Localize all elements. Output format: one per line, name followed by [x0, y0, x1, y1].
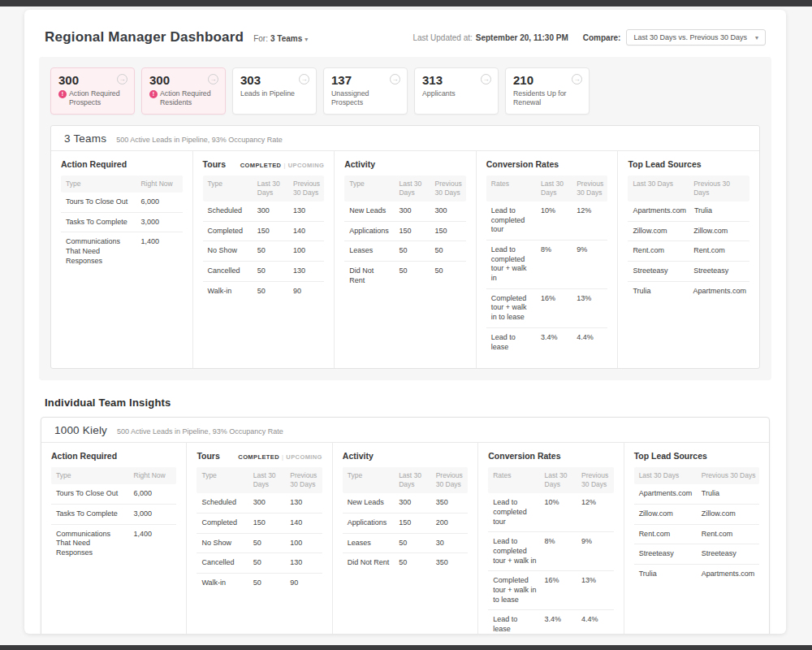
compare-dropdown[interactable]: Last 30 Days vs. Previous 30 Days ▾ — [626, 29, 766, 46]
summary-section-host: 3 Teams 500 Active Leads in Pipeline, 93… — [50, 125, 760, 369]
column-header: Type — [203, 180, 253, 197]
table-cell: Lead to lease — [486, 333, 536, 352]
table-cell: 13% — [572, 294, 607, 323]
arrow-right-icon[interactable]: → — [208, 74, 218, 84]
kpi-card[interactable]: 313 → Applicants — [414, 67, 499, 115]
data-column: Action Required TypeRight Now Tours To C… — [51, 151, 193, 368]
table-cell: 300 — [248, 498, 286, 508]
table-row: TruliaApartments.com — [628, 282, 749, 301]
arrow-right-icon[interactable]: → — [481, 74, 491, 84]
table-cell: Completed — [197, 518, 248, 528]
table-body: Apartments.comTruliaZillow.comZillow.com… — [634, 484, 759, 583]
kpi-row: 300 → ! Action Required Prospects 300 → … — [50, 67, 760, 115]
table-cell: 3,000 — [136, 218, 182, 228]
kpi-card[interactable]: 210 → Residents Up for Renewal — [505, 67, 590, 115]
table-cell: Apartments.com — [697, 570, 759, 579]
column-header: Last 30 Days — [628, 180, 689, 197]
table-cell: Lead to completed tour + walk in — [488, 537, 539, 566]
data-column: Activity TypeLast 30 DaysPrevious 30 Day… — [333, 443, 478, 634]
column-header: Previous 30 Days — [689, 180, 749, 197]
section-name: 1000 Kiely — [54, 424, 107, 436]
table-cell: Completed tour + walk in to lease — [486, 294, 536, 323]
table-row: Lead to completed tour10%12% — [486, 202, 608, 240]
column-header: Last 30 Days — [540, 471, 577, 489]
table-row: StreeteasyStreeteasy — [634, 544, 759, 565]
table-row: Tours To Close Out6,000 — [51, 484, 176, 505]
table-cell: Trulia — [628, 287, 688, 297]
table-row: StreeteasyStreeteasy — [628, 262, 749, 282]
table-cell: 300 — [394, 206, 430, 216]
table-row: Communications That Need Responses1,400 — [51, 525, 176, 563]
column-header: Type — [197, 471, 248, 489]
column-header: Last 30 Days — [394, 180, 430, 197]
table-cell: Streeteasy — [634, 549, 697, 559]
toggle-completed[interactable]: COMPLETED — [238, 453, 279, 461]
arrow-right-icon[interactable]: → — [390, 74, 400, 84]
alert-icon: ! — [58, 90, 67, 98]
toggle-completed[interactable]: COMPLETED — [240, 162, 282, 169]
column-header: Last 30 Days — [634, 471, 697, 480]
table-body: New Leads300300Applications150150Leases5… — [344, 202, 466, 290]
table-header-row: Last 30 DaysPrevious 30 Days — [628, 176, 749, 202]
table-header-row: TypeLast 30 DaysPrevious 30 Days — [343, 467, 468, 493]
table-row: Walk-in5090 — [197, 574, 322, 593]
kpi-card[interactable]: 137 → Unassigned Prospects — [323, 67, 408, 115]
arrow-right-icon[interactable]: → — [572, 74, 582, 84]
table-cell: Cancelled — [203, 266, 253, 276]
table-cell: 350 — [431, 558, 469, 568]
table-row: Communications That Need Responses1,400 — [61, 232, 183, 271]
teams-filter-dropdown[interactable]: For:3 Teams▾ — [253, 34, 308, 43]
table-cell: 10% — [540, 498, 577, 526]
table-cell: 150 — [248, 518, 286, 528]
table-cell: 130 — [288, 206, 324, 216]
table-cell: 6,000 — [129, 489, 177, 499]
arrow-right-icon[interactable]: → — [299, 74, 309, 84]
kpi-card[interactable]: 300 → ! Action Required Prospects — [50, 67, 135, 115]
kpi-label: Action Required Prospects — [69, 89, 127, 108]
column-header: Right Now — [136, 180, 182, 188]
window-top-bar — [0, 0, 812, 6]
for-value: 3 Teams — [270, 34, 302, 43]
team-sections-host: 1000 Kiely 500 Active Leads in Pipeline,… — [24, 417, 786, 634]
table-cell: Zillow.com — [689, 227, 749, 236]
column-header: Type — [344, 180, 394, 197]
table-cell: Rent.com — [634, 530, 697, 540]
table-row: TruliaApartments.com — [634, 565, 759, 584]
table-cell: 8% — [540, 537, 577, 566]
table-cell: Did Not Rent — [343, 558, 394, 568]
table-row: Lead to completed tour10%12% — [488, 493, 613, 532]
table-cell: 50 — [253, 266, 288, 276]
table-row: Walk-in5090 — [203, 282, 325, 301]
toggle-upcoming[interactable]: UPCOMING — [288, 162, 324, 169]
table-cell: 140 — [288, 227, 324, 236]
column-header: Last 30 Days — [253, 180, 288, 197]
table-cell: 200 — [431, 518, 469, 528]
column-header: Previous 30 Days — [430, 180, 466, 197]
kpi-value: 210 — [513, 74, 533, 86]
table-cell: 100 — [285, 539, 322, 548]
table-cell: 1,400 — [136, 237, 182, 266]
toggle-upcoming[interactable]: UPCOMING — [286, 453, 322, 461]
kpi-card[interactable]: 300 → ! Action Required Residents — [141, 67, 226, 115]
data-column: Action Required TypeRight Now Tours To C… — [41, 443, 187, 634]
table-cell: 9% — [572, 245, 607, 284]
table-cell: 1,400 — [129, 530, 177, 558]
column-header: Last 30 Days — [248, 471, 286, 489]
kpi-card[interactable]: 303 → Leads in Pipeline — [232, 67, 317, 115]
table-cell: Trulia — [697, 489, 759, 499]
table-row: Rent.comRent.com — [634, 525, 759, 545]
table-row: Applications150150 — [344, 222, 466, 242]
table-cell: Tasks To Complete — [61, 218, 136, 228]
table-cell: New Leads — [344, 206, 394, 216]
table-cell: 350 — [431, 498, 469, 508]
table-cell: 12% — [572, 206, 607, 235]
table-cell: 130 — [285, 498, 322, 508]
column-header: Last 30 Days — [536, 180, 572, 197]
toggle-separator: | — [282, 453, 283, 461]
column-title: Top Lead Sources — [634, 451, 707, 461]
table-row: Completed150140 — [197, 514, 322, 534]
table-cell: Lead to completed tour — [486, 206, 536, 235]
table-cell: Leases — [344, 246, 394, 256]
arrow-right-icon[interactable]: → — [117, 74, 127, 84]
table-body: Scheduled300130Completed150140No Show501… — [203, 202, 325, 301]
